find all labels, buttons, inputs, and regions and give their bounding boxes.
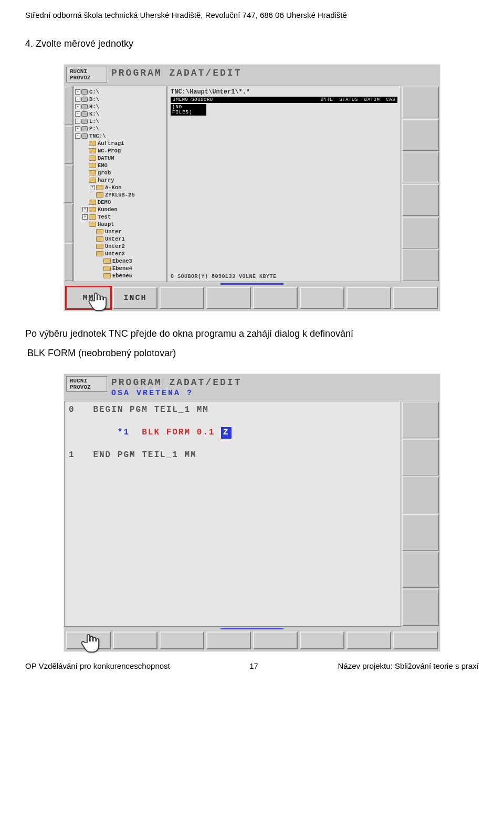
softkey-button[interactable] (300, 631, 344, 649)
folder-icon (89, 148, 96, 153)
right-button[interactable] (402, 439, 439, 475)
right-button[interactable] (402, 589, 439, 625)
body-text-2: BLK FORM (neobrobený polotovar) (27, 346, 479, 361)
expander-icon[interactable]: - (75, 126, 80, 131)
right-button[interactable] (402, 152, 439, 183)
directory-tree[interactable]: -C:\-D:\-H:\-K:\-L:\-P:\-TNC:\Auftrag1NC… (74, 86, 167, 282)
expander-icon[interactable]: - (75, 89, 80, 95)
tree-item[interactable]: Unter1 (75, 235, 165, 243)
right-button[interactable] (402, 87, 439, 118)
softkey-button[interactable] (253, 631, 298, 649)
expander-icon[interactable]: - (75, 119, 80, 124)
tree-item[interactable]: Ebene4 (75, 265, 165, 272)
expander-icon[interactable]: - (75, 104, 80, 109)
title-bar: RUCNI PROVOZ PROGRAM ZADAT/EDIT (64, 65, 440, 86)
expander-icon[interactable]: + (82, 214, 88, 220)
tree-item[interactable]: NC-Prog (75, 147, 165, 154)
code-editor[interactable]: 0 BEGIN PGM TEIL_1 MM *1 BLK FORM 0.1 Z … (64, 401, 401, 627)
footer-left: OP Vzdělávání pro konkurenceschopnost (25, 661, 170, 670)
softkey-button[interactable] (160, 631, 204, 649)
tree-item[interactable]: +Kunden (75, 206, 165, 213)
right-button[interactable] (402, 552, 439, 588)
softkey-row: MMINCH (64, 285, 440, 311)
mode-indicator: RUCNI PROVOZ (66, 67, 107, 82)
tree-item[interactable]: Unter (75, 228, 165, 235)
expander-icon[interactable]: - (75, 97, 80, 102)
side-button[interactable] (65, 87, 73, 125)
drive-icon (81, 126, 88, 131)
tree-item[interactable]: DATUM (75, 154, 165, 162)
right-sidebar (401, 401, 440, 627)
tree-item[interactable]: -TNC:\ (75, 132, 165, 140)
softkey-button[interactable] (66, 631, 111, 649)
softkey-button[interactable]: INCH (113, 287, 158, 309)
drive-icon (81, 119, 88, 124)
softkey-button[interactable] (346, 631, 391, 649)
code-line: 0 BEGIN PGM TEIL_1 MM (69, 405, 396, 416)
right-button[interactable] (402, 184, 439, 216)
tree-item[interactable]: -L:\ (75, 118, 165, 125)
code-cursor-box: Z (221, 427, 232, 439)
folder-icon (103, 258, 111, 264)
side-button[interactable] (65, 243, 73, 281)
folder-icon (89, 200, 96, 205)
softkey-button[interactable] (113, 631, 158, 649)
softkey-button[interactable] (253, 287, 298, 309)
tree-item[interactable]: -C:\ (75, 88, 165, 96)
tree-item[interactable]: +A-Kon (75, 184, 165, 191)
softkey-button[interactable] (346, 287, 391, 309)
expander-icon[interactable]: - (75, 133, 80, 139)
softkey-button[interactable] (206, 287, 251, 309)
tree-item[interactable]: DEMO (75, 199, 165, 206)
mode-line1: RUCNI (70, 68, 87, 75)
no-files-label: (NO FILES) (171, 104, 206, 116)
code-line: 1 END PGM TEIL_1 MM (69, 450, 396, 461)
tree-item[interactable]: ZYKLUS-25 (75, 191, 165, 199)
tree-label: P:\ (89, 126, 99, 132)
tree-label: Ebene3 (112, 258, 132, 265)
mode-line1: RUCNI (70, 378, 87, 384)
tree-label: Kunden (98, 206, 118, 213)
expander-icon[interactable]: - (75, 111, 80, 117)
body-text-1: Po výběru jednotek TNC přejde do okna pr… (25, 326, 479, 341)
drive-icon (81, 133, 88, 139)
current-path: TNC:\Haupt\Unter1\*.* (171, 88, 397, 96)
folder-icon (89, 207, 96, 212)
tree-item[interactable]: EMO (75, 162, 165, 169)
softkey-button[interactable] (160, 287, 204, 309)
tree-item[interactable]: Ebene3 (75, 257, 165, 265)
tree-item[interactable]: -K:\ (75, 110, 165, 118)
softkey-button[interactable] (393, 287, 438, 309)
tree-item[interactable]: -H:\ (75, 103, 165, 110)
tree-item[interactable]: harry (75, 177, 165, 184)
tree-item[interactable]: Unter2 (75, 243, 165, 250)
softkey-button[interactable]: MM (66, 287, 111, 309)
tree-label: ZYKLUS-25 (105, 192, 135, 199)
right-button[interactable] (402, 476, 439, 513)
right-button[interactable] (402, 514, 439, 551)
softkey-button[interactable] (300, 287, 344, 309)
softkey-button[interactable] (206, 631, 251, 649)
drive-icon (81, 104, 88, 109)
expander-icon[interactable]: + (90, 185, 95, 190)
tree-item[interactable]: grob (75, 169, 165, 177)
softkey-button[interactable] (393, 631, 438, 649)
folder-icon (89, 222, 96, 227)
expander-icon[interactable]: + (82, 207, 88, 212)
tree-item[interactable]: -D:\ (75, 96, 165, 103)
side-button[interactable] (65, 126, 73, 164)
side-button[interactable] (65, 204, 73, 242)
tree-item[interactable]: Unter3 (75, 250, 165, 257)
right-button[interactable] (402, 402, 439, 438)
side-button[interactable] (65, 165, 73, 203)
tree-item[interactable]: Haupt (75, 221, 165, 228)
right-button[interactable] (402, 119, 439, 151)
tree-item[interactable]: +Test (75, 213, 165, 221)
doc-header: Střední odborná škola technická Uherské … (25, 11, 479, 19)
tree-item[interactable]: -P:\ (75, 125, 165, 132)
tree-item[interactable]: Ebene5 (75, 272, 165, 279)
right-button[interactable] (402, 250, 439, 281)
right-button[interactable] (402, 217, 439, 248)
tree-item[interactable]: Auftrag1 (75, 140, 165, 147)
folder-icon (103, 273, 111, 278)
